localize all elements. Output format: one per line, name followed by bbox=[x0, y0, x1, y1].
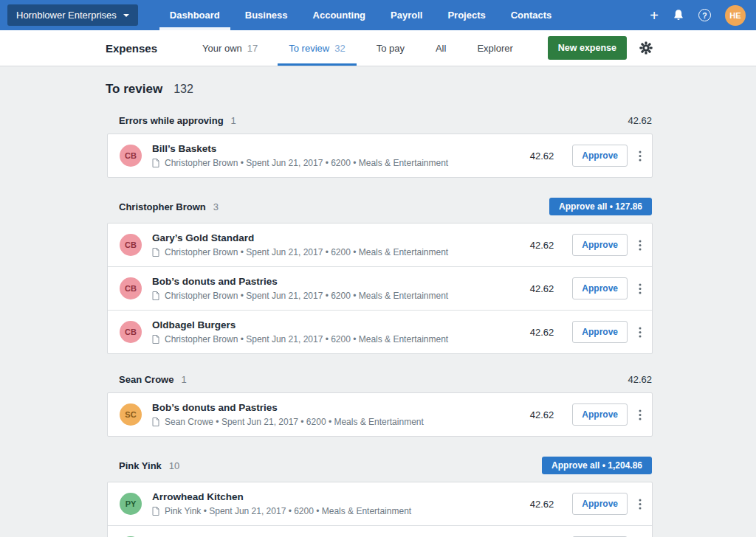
more-options-icon[interactable] bbox=[639, 499, 642, 510]
expense-meta: Christopher Brown • Spent Jun 21, 2017 •… bbox=[152, 247, 530, 257]
receipt-icon bbox=[152, 248, 159, 257]
approve-button[interactable]: Approve bbox=[572, 234, 628, 256]
nav-item-business[interactable]: Business bbox=[233, 0, 300, 30]
approve-button[interactable]: Approve bbox=[572, 277, 628, 299]
expense-title: Bill’s Baskets bbox=[152, 143, 530, 154]
expense-amount: 42.62 bbox=[530, 240, 554, 251]
expense-title: Bob’s donuts and Pastries bbox=[152, 402, 530, 413]
expenses-tabs: Your own17To review32To payAllExplorer bbox=[187, 30, 529, 66]
expense-row: PYPalmweather QuayPink Yink • Spent Jun … bbox=[108, 525, 652, 537]
more-options-icon[interactable] bbox=[639, 150, 642, 162]
section-header: Christopher Brown3Approve all • 127.86 bbox=[107, 198, 653, 223]
expense-row: CBBob’s donuts and PastriesChristopher B… bbox=[108, 266, 652, 310]
add-icon[interactable]: + bbox=[650, 8, 659, 23]
page-title: To review bbox=[106, 82, 162, 97]
nav-item-dashboard[interactable]: Dashboard bbox=[157, 0, 233, 30]
expense-card-group: PYArrowhead KitchenPink Yink • Spent Jun… bbox=[107, 482, 653, 537]
approve-button[interactable]: Approve bbox=[572, 321, 628, 343]
expense-meta: Christopher Brown • Spent Jun 21, 2017 •… bbox=[152, 334, 530, 344]
tab-label: Explorer bbox=[477, 43, 512, 54]
more-options-icon[interactable] bbox=[639, 283, 642, 294]
section-total: 42.62 bbox=[628, 115, 652, 126]
expense-card-group: SCBob’s donuts and PastriesSean Crowe • … bbox=[107, 392, 653, 437]
tab-label: To pay bbox=[377, 43, 405, 54]
more-options-icon[interactable] bbox=[639, 409, 642, 420]
tab-to-pay[interactable]: To pay bbox=[361, 30, 420, 66]
tab-label: Your own bbox=[202, 43, 242, 54]
expense-info: Arrowhead KitchenPink Yink • Spent Jun 2… bbox=[152, 491, 530, 516]
expense-info: Gary’s Gold StandardChristopher Brown • … bbox=[152, 232, 530, 257]
expense-title: Arrowhead Kitchen bbox=[152, 491, 530, 502]
receipt-icon bbox=[152, 418, 159, 426]
more-options-icon[interactable] bbox=[639, 327, 642, 338]
section-count: 1 bbox=[231, 115, 236, 126]
nav-item-payroll[interactable]: Payroll bbox=[378, 0, 435, 30]
tab-label: To review bbox=[289, 43, 329, 54]
receipt-icon bbox=[152, 291, 159, 300]
expense-section: Errors while approving142.62CBBill’s Bas… bbox=[107, 115, 653, 178]
nav-item-projects[interactable]: Projects bbox=[435, 0, 498, 30]
expense-card-group: CBGary’s Gold StandardChristopher Brown … bbox=[107, 223, 653, 354]
avatar: CB bbox=[120, 145, 142, 167]
expense-meta: Sean Crowe • Spent Jun 21, 2017 • 6200 •… bbox=[152, 417, 530, 427]
nav-item-contacts[interactable]: Contacts bbox=[498, 0, 565, 30]
expense-card-group: CBBill’s BasketsChristopher Brown • Spen… bbox=[107, 134, 653, 178]
approve-button[interactable]: Approve bbox=[572, 403, 628, 426]
expense-row: SCBob’s donuts and PastriesSean Crowe • … bbox=[108, 393, 652, 436]
expense-amount: 42.62 bbox=[530, 409, 554, 420]
tab-to-review[interactable]: To review32 bbox=[273, 30, 360, 66]
approve-button[interactable]: Approve bbox=[572, 493, 628, 515]
expense-section: Pink Yink10Approve all • 1,204.86PYArrow… bbox=[107, 457, 653, 537]
approve-button[interactable]: Approve bbox=[572, 145, 628, 167]
help-icon[interactable]: ? bbox=[698, 9, 711, 21]
avatar: CB bbox=[120, 321, 142, 343]
settings-gear-icon[interactable] bbox=[639, 41, 653, 55]
more-options-icon[interactable] bbox=[639, 240, 642, 251]
expense-meta: Pink Yink • Spent Jun 21, 2017 • 6200 • … bbox=[152, 506, 530, 516]
approve-all-button[interactable]: Approve all • 127.86 bbox=[549, 198, 652, 215]
section-name: Errors while approving bbox=[119, 115, 224, 126]
expense-row: CBGary’s Gold StandardChristopher Brown … bbox=[108, 224, 652, 266]
tab-all[interactable]: All bbox=[420, 30, 461, 66]
page-header: To review 132 bbox=[0, 66, 756, 97]
expense-info: Bob’s donuts and PastriesSean Crowe • Sp… bbox=[152, 402, 530, 427]
tab-label: All bbox=[436, 43, 446, 54]
expense-info: Oldbagel BurgersChristopher Brown • Spen… bbox=[152, 319, 530, 344]
section-count: 1 bbox=[181, 374, 186, 385]
avatar: CB bbox=[120, 234, 142, 256]
expense-section: Christopher Brown3Approve all • 127.86CB… bbox=[107, 198, 653, 354]
section-count: 3 bbox=[213, 201, 219, 212]
section-name: Sean Crowe bbox=[119, 374, 173, 385]
primary-nav: DashboardBusinessAccountingPayrollProjec… bbox=[157, 0, 565, 30]
expense-info: Bill’s BasketsChristopher Brown • Spent … bbox=[152, 143, 530, 168]
avatar: SC bbox=[120, 403, 142, 426]
nav-item-accounting[interactable]: Accounting bbox=[300, 0, 379, 30]
expense-sections: Errors while approving142.62CBBill’s Bas… bbox=[107, 115, 653, 537]
tab-your-own[interactable]: Your own17 bbox=[187, 30, 273, 66]
receipt-icon bbox=[152, 159, 159, 167]
expense-meta: Christopher Brown • Spent Jun 21, 2017 •… bbox=[152, 291, 530, 301]
expense-amount: 42.62 bbox=[530, 283, 554, 294]
org-switcher[interactable]: Hornblower Enterprises bbox=[7, 4, 138, 26]
user-avatar[interactable]: HE bbox=[725, 5, 746, 26]
new-expense-button[interactable]: New expense bbox=[548, 36, 627, 60]
expense-amount: 42.62 bbox=[530, 150, 554, 162]
subnav-actions: New expense bbox=[548, 30, 653, 66]
expenses-sub-nav: Expenses Your own17To review32To payAllE… bbox=[0, 30, 756, 66]
expense-section: Sean Crowe142.62SCBob’s donuts and Pastr… bbox=[107, 374, 653, 437]
org-name: Hornblower Enterprises bbox=[16, 10, 117, 21]
section-total: 42.62 bbox=[628, 374, 652, 385]
section-header: Errors while approving142.62 bbox=[107, 115, 653, 134]
expense-row: CBBill’s BasketsChristopher Brown • Spen… bbox=[108, 134, 652, 177]
section-header: Sean Crowe142.62 bbox=[107, 374, 653, 392]
expense-title: Oldbagel Burgers bbox=[152, 319, 530, 330]
receipt-icon bbox=[152, 335, 159, 344]
expense-title: Bob’s donuts and Pastries bbox=[152, 276, 530, 287]
section-name: Pink Yink bbox=[119, 460, 162, 471]
approve-all-button[interactable]: Approve all • 1,204.86 bbox=[542, 457, 652, 474]
tab-count: 17 bbox=[247, 43, 258, 54]
section-count: 10 bbox=[169, 460, 179, 471]
tab-explorer[interactable]: Explorer bbox=[461, 30, 528, 66]
notifications-bell-icon[interactable] bbox=[673, 9, 684, 21]
tab-count: 32 bbox=[334, 43, 345, 54]
